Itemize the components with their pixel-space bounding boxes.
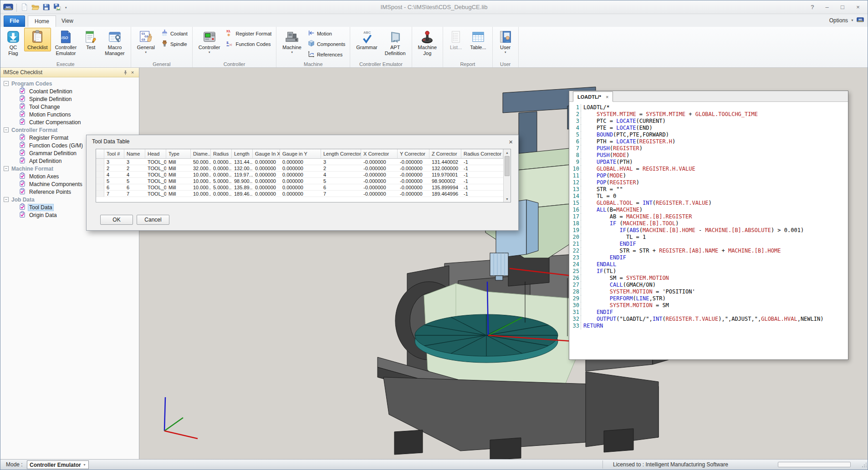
- user-button[interactable]: User▼: [495, 28, 516, 55]
- editor-tab-loadtl[interactable]: LOADTL/* ×: [573, 91, 613, 102]
- row-selector[interactable]: [96, 184, 104, 190]
- line-number: 8: [572, 152, 581, 159]
- tool-data-table-dialog: Tool Data Table × Tool #NameHeadTypeDiam…: [86, 135, 519, 231]
- coolant-button[interactable]: Coolant: [159, 29, 189, 38]
- table-button[interactable]: Table...: [467, 28, 489, 51]
- ribbon-group-label: Controller: [193, 61, 276, 67]
- macro-manager-button[interactable]: MacroManager: [102, 28, 128, 57]
- checklist-item-cutter-compensation[interactable]: Cutter Compensation: [2, 118, 139, 126]
- code-line: 30 SYSTEM.MOTION = SM: [572, 302, 847, 309]
- tab-home[interactable]: Home: [28, 15, 56, 27]
- test-button[interactable]: Test: [81, 28, 101, 51]
- progress-bar: [778, 462, 851, 467]
- table-row[interactable]: 33TOOL_0Mill50.000...0.0000...131.44...0…: [96, 159, 511, 165]
- checklist-item-tool-change[interactable]: Tool Change: [2, 103, 139, 111]
- machine-button[interactable]: Machine▼: [279, 28, 305, 55]
- column-header-name[interactable]: Name: [124, 149, 145, 159]
- close-panel-icon[interactable]: ×: [129, 69, 136, 76]
- ribbon-group-label: User: [493, 61, 518, 67]
- macro-code-area[interactable]: 1LOADTL/*2 SYSTEM.MTIME = SYSTEM.MTIME +…: [569, 102, 848, 329]
- column-header-head[interactable]: Head: [145, 149, 166, 159]
- column-header-length-corrector[interactable]: Length Corrector: [321, 149, 361, 159]
- references-button[interactable]: References: [306, 50, 347, 59]
- apt-definition-button[interactable]: APTDefinition: [382, 28, 409, 57]
- column-header-radius[interactable]: Radius: [211, 149, 232, 159]
- help-icon[interactable]: ?: [806, 1, 819, 12]
- dialog-title-bar[interactable]: Tool Data Table ×: [87, 135, 518, 148]
- collapse-toggle-icon[interactable]: −: [4, 197, 9, 202]
- controller-emulator-button[interactable]: ISOControllerEmulator: [52, 28, 80, 57]
- checklist-item-spindle-definition[interactable]: Spindle Definition: [2, 95, 139, 103]
- tab-file[interactable]: File: [4, 15, 25, 27]
- grammar-button[interactable]: ABCGrammar: [353, 28, 380, 51]
- row-selector[interactable]: [96, 191, 104, 197]
- ok-button[interactable]: OK: [100, 215, 133, 225]
- general-button[interactable]: G1G2G3General▼: [134, 28, 158, 55]
- maximize-icon[interactable]: □: [835, 1, 850, 12]
- line-number: 7: [572, 145, 581, 152]
- line-number: 25: [572, 268, 581, 275]
- column-header-gauge-in-x[interactable]: Gauge In X: [253, 149, 280, 159]
- close-icon[interactable]: ×: [850, 1, 866, 12]
- minimize-icon[interactable]: –: [819, 1, 835, 12]
- code-line: 19 IF(ABS(MACHINE.[B].HOME - MACHINE.[B]…: [572, 227, 847, 234]
- motion-button[interactable]: Motion: [306, 29, 347, 38]
- column-header-diame[interactable]: Diame...: [191, 149, 211, 159]
- table-scrollbar[interactable]: ▲ ▼: [503, 149, 511, 202]
- row-selector[interactable]: [96, 165, 104, 171]
- row-selector[interactable]: [96, 159, 104, 165]
- components-button[interactable]: Components: [306, 39, 347, 49]
- code-line: 6 PTH = LOCATE(REGISTER.H): [572, 138, 847, 145]
- close-tab-icon[interactable]: ×: [606, 94, 608, 100]
- controller-button[interactable]: Controller▼: [195, 28, 224, 55]
- checklist-button[interactable]: Checklist: [24, 28, 51, 51]
- list-button: List...: [446, 28, 466, 51]
- table-row[interactable]: 77TOOL_0Mill10.000...0.0000...189.46...0…: [96, 191, 511, 197]
- function-codes-button[interactable]: gm[x]Function Codes: [224, 39, 273, 49]
- column-header-gauge-in-y[interactable]: Gauge in Y: [280, 149, 321, 159]
- column-header-x-corrector[interactable]: X Corrector: [361, 149, 398, 159]
- column-header-tool[interactable]: Tool #: [104, 149, 124, 159]
- qc-flag-button[interactable]: QCFlag: [3, 28, 23, 57]
- code-line: 7 PUSH(REGISTER): [572, 145, 847, 152]
- code-line: 25 IF(TL): [572, 268, 847, 275]
- pin-icon[interactable]: [122, 69, 129, 76]
- machine-jog-button[interactable]: MachineJog: [415, 28, 440, 57]
- column-header-type[interactable]: Type: [166, 149, 191, 159]
- table-row[interactable]: 55TOOL_0Mill10.000...5.0000...98.900...0…: [96, 178, 511, 184]
- ribbon-group-machine: Machine▼MotionComponentsReferencesMachin…: [276, 27, 350, 67]
- row-selector[interactable]: [96, 172, 104, 177]
- column-header-length[interactable]: Length: [232, 149, 253, 159]
- references-icon: [307, 50, 315, 59]
- column-header-radius-corrector[interactable]: Radius Corrector: [461, 149, 503, 159]
- ribbon-group-machine-jog: MachineJog: [412, 27, 444, 67]
- scroll-down-icon[interactable]: ▼: [504, 196, 511, 202]
- resize-grip[interactable]: [862, 462, 867, 469]
- collapse-toggle-icon[interactable]: −: [4, 127, 9, 132]
- mode-combobox[interactable]: Controller Emulator ▼: [27, 460, 89, 469]
- table-row[interactable]: 44TOOL_0Mill10.000...0.0000...119.97...0…: [96, 172, 511, 178]
- checklist-panel-header: IMSce Checklist ×: [0, 68, 139, 77]
- table-row[interactable]: 22TOOL_0Mill32.000...0.0000...132.00...0…: [96, 165, 511, 172]
- column-header-y-corrector[interactable]: Y Corrector: [398, 149, 429, 159]
- tab-view[interactable]: View: [55, 15, 80, 27]
- checklist-item-motion-functions[interactable]: Motion Functions: [2, 111, 139, 118]
- scroll-up-icon[interactable]: ▲: [504, 149, 511, 156]
- checklist-item-coolant-definition[interactable]: Coolant Definition: [2, 87, 139, 95]
- checklist-section-controller-format[interactable]: −Controller Format: [2, 126, 139, 134]
- scrollbar-thumb[interactable]: [505, 156, 510, 176]
- cancel-button[interactable]: Cancel: [137, 215, 169, 225]
- collapse-toggle-icon[interactable]: −: [4, 166, 9, 171]
- register-format-button[interactable]: X3.Register Format: [224, 29, 273, 38]
- table-header-row: Tool #NameHeadTypeDiame...RadiusLengthGa…: [96, 149, 511, 159]
- row-selector[interactable]: [96, 178, 104, 184]
- dialog-close-icon[interactable]: ×: [509, 138, 513, 145]
- spindle-button[interactable]: Spindle: [159, 39, 189, 49]
- table-row[interactable]: 66TOOL_0Mill10.000...5.0000...135.89...0…: [96, 184, 511, 191]
- options-button[interactable]: Options: [829, 17, 848, 24]
- collapse-toggle-icon[interactable]: −: [4, 81, 9, 86]
- code-line: 29 PERFORM(LINE,STR): [572, 295, 847, 302]
- window-title: IMSpost - C:\IMS\test\CDS_DebugCE.lib: [0, 0, 868, 14]
- column-header-z-corrector[interactable]: Z Corrector: [429, 149, 461, 159]
- checklist-section-program-codes[interactable]: −Program Codes: [2, 80, 139, 87]
